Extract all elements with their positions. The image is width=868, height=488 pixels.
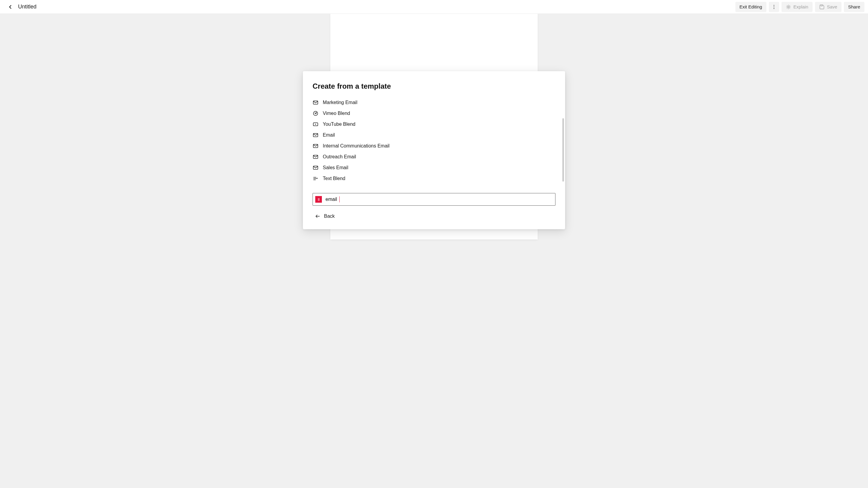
text-caret [339, 196, 340, 202]
template-search-field[interactable]: | | [313, 193, 555, 206]
svg-point-1 [773, 6, 774, 7]
arrow-left-icon [315, 213, 320, 219]
search-badge-icon: | | [315, 196, 322, 203]
share-button[interactable]: Share [844, 2, 864, 12]
explain-label: Explain [794, 4, 808, 9]
text-blend-icon [313, 175, 318, 181]
template-label: Marketing Email [323, 100, 358, 105]
search-input-wrap [326, 196, 553, 202]
template-item-sales-email[interactable]: Sales Email [305, 162, 563, 173]
header-actions: Exit Editing Explain Save Share [735, 2, 864, 12]
template-label: Internal Communications Email [323, 143, 390, 149]
mail-icon [313, 132, 318, 138]
modal-back-button[interactable]: Back [313, 210, 555, 222]
chevron-left-icon [7, 4, 13, 10]
exit-editing-label: Exit Editing [740, 4, 762, 9]
modal-title: Create from a template [303, 71, 565, 97]
template-label: Email [323, 133, 335, 138]
template-list: Marketing Email Vimeo Blend YouTube Blen… [303, 97, 565, 188]
share-label: Share [848, 4, 860, 9]
save-icon [819, 4, 825, 10]
mail-icon [313, 165, 318, 171]
youtube-icon [313, 121, 318, 127]
template-label: Sales Email [323, 165, 348, 170]
svg-point-3 [787, 6, 789, 7]
template-label: YouTube Blend [323, 121, 355, 127]
more-options-button[interactable] [769, 2, 779, 12]
vimeo-icon [313, 110, 318, 116]
template-label: Vimeo Blend [323, 111, 350, 116]
app-header: Untitled Exit Editing Explain Save Share [0, 0, 868, 14]
template-label: Outreach Email [323, 154, 356, 160]
back-label: Back [324, 213, 335, 219]
template-item-youtube-blend[interactable]: YouTube Blend [305, 119, 563, 130]
explain-button[interactable]: Explain [781, 2, 812, 12]
template-label: Text Blend [323, 176, 345, 181]
svg-point-2 [773, 8, 774, 9]
sparkle-icon [786, 4, 791, 10]
save-label: Save [827, 4, 837, 9]
template-item-vimeo-blend[interactable]: Vimeo Blend [305, 108, 563, 119]
template-item-email[interactable]: Email [305, 130, 563, 141]
save-button[interactable]: Save [815, 2, 841, 12]
template-item-outreach-email[interactable]: Outreach Email [305, 151, 563, 162]
template-item-internal-comms-email[interactable]: Internal Communications Email [305, 141, 563, 151]
mail-icon [313, 143, 318, 149]
document-title: Untitled [18, 4, 36, 10]
exit-editing-button[interactable]: Exit Editing [735, 2, 767, 12]
svg-point-0 [773, 5, 774, 5]
svg-rect-4 [821, 5, 822, 6]
search-input[interactable] [326, 197, 340, 202]
mail-icon [313, 99, 318, 106]
mail-icon [313, 154, 318, 160]
template-modal: Create from a template Marketing Email V… [303, 71, 565, 229]
template-item-text-blend[interactable]: Text Blend [305, 173, 563, 184]
back-button[interactable] [6, 3, 14, 11]
list-scrollbar[interactable] [562, 118, 564, 181]
template-item-marketing-email[interactable]: Marketing Email [305, 97, 563, 108]
more-vertical-icon [771, 4, 777, 10]
